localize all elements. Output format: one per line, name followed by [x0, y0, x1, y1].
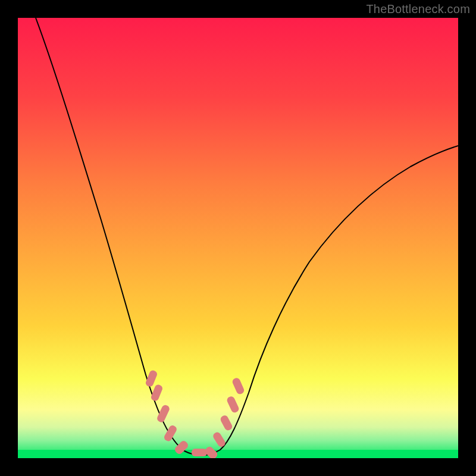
gradient-rect — [18, 18, 458, 458]
background-gradient — [18, 18, 458, 458]
green-baseline-band — [18, 450, 458, 458]
outer-frame: TheBottleneck.com — [0, 0, 476, 476]
watermark-text: TheBottleneck.com — [366, 2, 470, 16]
plot-area — [18, 18, 458, 458]
